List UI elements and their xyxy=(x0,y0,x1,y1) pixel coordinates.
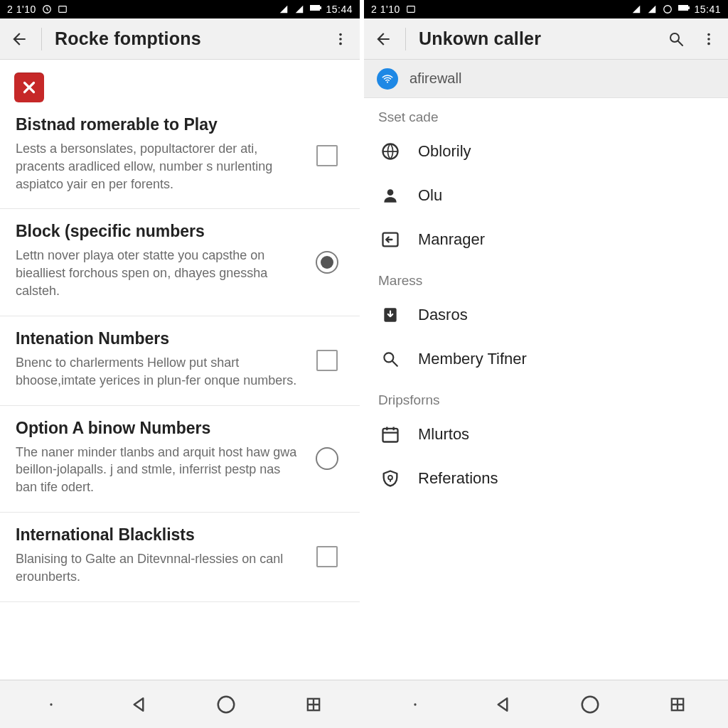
radio-button[interactable] xyxy=(316,251,338,274)
menu-item[interactable]: Oblorily xyxy=(364,129,728,173)
left-pane: 2 1'10 15:44 Rocke fomptions xyxy=(0,0,364,680)
menu-item[interactable]: Membery Tifner xyxy=(364,337,728,381)
svg-point-8 xyxy=(664,6,672,14)
menu-item-label: Olu xyxy=(418,186,442,205)
menu-list: afirewall Sset cade Oblorily Olu Manrage xyxy=(364,60,728,680)
download-badge-icon xyxy=(378,303,402,327)
svg-point-4 xyxy=(339,33,342,36)
radio-button[interactable] xyxy=(316,447,338,470)
signal-icon xyxy=(279,4,289,14)
shield-icon xyxy=(378,466,402,491)
menu-item[interactable]: Olu xyxy=(364,173,728,218)
app-banner[interactable]: afirewall xyxy=(364,60,728,98)
status-icon xyxy=(42,4,52,14)
setting-item[interactable]: International Blacklists Blanising to Ga… xyxy=(0,513,360,602)
overflow-menu-button[interactable] xyxy=(697,27,721,51)
battery-icon xyxy=(310,4,320,14)
status-bar: 2 1'10 15:44 xyxy=(0,0,360,18)
setting-description: Bnenc to charlerments Hellow put shart b… xyxy=(16,354,301,390)
menu-item-label: Referations xyxy=(418,469,498,488)
dual-pane-container: 2 1'10 15:44 Rocke fomptions xyxy=(0,0,728,680)
setting-description: Lests a bersonslates, popultactorer der … xyxy=(16,140,301,193)
app-bar: Unkown caller xyxy=(364,18,728,60)
search-button[interactable] xyxy=(664,27,688,51)
svg-point-27 xyxy=(582,696,598,712)
svg-point-20 xyxy=(384,353,393,362)
nav-recents-button[interactable] xyxy=(292,690,335,719)
setting-label: International Blacklists xyxy=(16,525,301,545)
status-time: 2 1'10 xyxy=(371,4,400,15)
page-title: Rocke fomptions xyxy=(55,28,201,49)
right-pane: 2 1'10 15:41 Unkown caller xyxy=(364,0,728,680)
appbar-divider xyxy=(405,28,406,50)
svg-point-13 xyxy=(707,38,710,41)
nav-recents-button[interactable] xyxy=(656,690,699,719)
nav-back-button[interactable] xyxy=(117,690,160,719)
setting-description: The naner minder tlanbs and arquit host … xyxy=(16,444,301,496)
setting-item[interactable]: Option A binow Numbers The naner minder … xyxy=(0,406,360,513)
menu-item[interactable]: Mlurtos xyxy=(364,412,728,456)
app-bar: Rocke fomptions xyxy=(0,18,360,60)
status-clock: 15:44 xyxy=(326,4,353,15)
nav-dot xyxy=(30,690,73,719)
setting-label: Bistnad romerable to Play xyxy=(16,115,301,134)
menu-item[interactable]: Manrager xyxy=(364,218,728,262)
setting-item[interactable]: Intenation Numbers Bnenc to charlerments… xyxy=(0,316,360,406)
svg-point-22 xyxy=(388,476,392,480)
banner-text: afirewall xyxy=(410,70,461,87)
overflow-menu-button[interactable] xyxy=(328,27,353,51)
menu-item-label: Dasros xyxy=(418,306,468,324)
checkbox[interactable] xyxy=(316,145,338,166)
inbox-arrow-icon xyxy=(378,228,402,252)
checkbox[interactable] xyxy=(316,546,338,567)
person-icon xyxy=(378,183,402,208)
status-icon xyxy=(58,4,68,14)
nav-home-button[interactable] xyxy=(205,690,247,719)
setting-label: Block (specific numbers xyxy=(16,222,301,241)
checkbox[interactable] xyxy=(316,350,338,371)
system-nav-bar xyxy=(0,680,728,728)
setting-label: Intenation Numbers xyxy=(16,329,301,348)
back-button[interactable] xyxy=(7,27,31,51)
calendar-icon xyxy=(378,422,402,446)
setting-label: Option A binow Numbers xyxy=(16,419,301,438)
battery-icon xyxy=(678,4,688,14)
section-header: Sset cade xyxy=(364,98,728,129)
globe-icon xyxy=(378,139,402,164)
svg-point-15 xyxy=(387,81,388,82)
svg-rect-2 xyxy=(310,5,320,11)
setting-description: Blanising to Galte an Ditevnnal-rlessies… xyxy=(16,550,301,586)
error-badge-row xyxy=(0,60,360,102)
nav-back-button[interactable] xyxy=(481,690,524,719)
appbar-divider xyxy=(41,28,42,50)
wifi-icon xyxy=(377,68,398,90)
back-button[interactable] xyxy=(371,27,395,51)
svg-rect-21 xyxy=(383,429,398,442)
page-title: Unkown caller xyxy=(419,28,541,49)
svg-point-23 xyxy=(50,703,52,705)
menu-item-label: Mlurtos xyxy=(418,425,469,444)
menu-item-label: Membery Tifner xyxy=(418,350,527,368)
menu-item-label: Manrager xyxy=(418,230,485,249)
menu-item[interactable]: Dasros xyxy=(364,293,728,337)
close-icon xyxy=(14,73,44,102)
settings-list: Bistnad romerable to Play Lests a berson… xyxy=(0,60,360,680)
svg-point-12 xyxy=(707,33,710,36)
svg-rect-7 xyxy=(407,6,414,13)
svg-point-14 xyxy=(707,42,710,45)
signal-icon xyxy=(294,4,304,14)
section-header: Dripsforns xyxy=(364,381,728,412)
svg-point-6 xyxy=(339,42,342,45)
section-header: Maress xyxy=(364,262,728,293)
svg-point-24 xyxy=(218,696,234,712)
svg-point-5 xyxy=(339,38,342,41)
signal-icon xyxy=(647,4,657,14)
menu-item-label: Oblorily xyxy=(418,142,471,161)
signal-icon xyxy=(631,4,641,14)
nav-home-button[interactable] xyxy=(569,690,611,719)
svg-rect-1 xyxy=(58,6,66,13)
svg-rect-9 xyxy=(678,5,688,11)
setting-item[interactable]: Bistnad romerable to Play Lests a berson… xyxy=(0,102,360,209)
menu-item[interactable]: Referations xyxy=(364,456,728,500)
setting-item[interactable]: Block (specific numbers Lettn nover play… xyxy=(0,209,360,316)
